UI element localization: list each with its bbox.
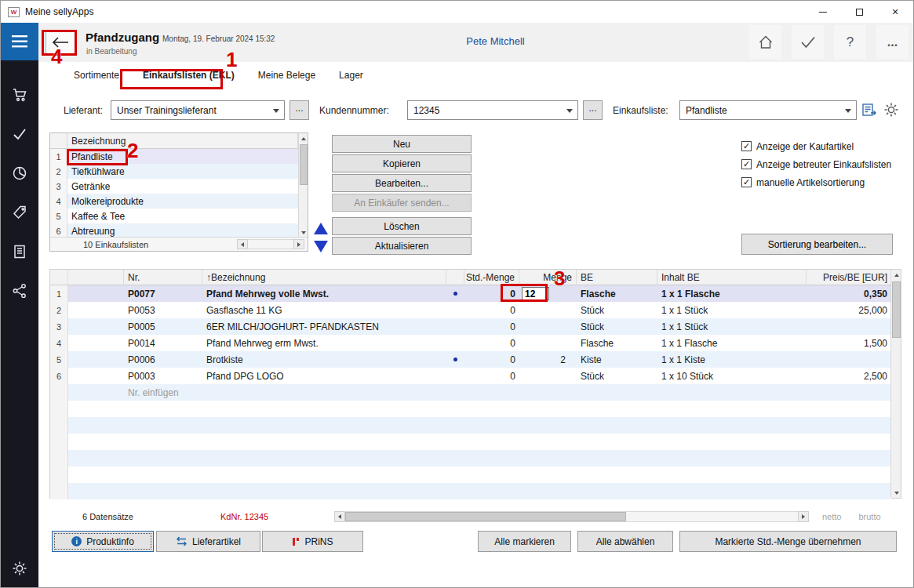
bearbeiten-button[interactable]: Bearbeiten...	[332, 174, 472, 192]
checkbox-row-artikelsortierung[interactable]: ✓ manuelle Artikelsortierung	[741, 173, 898, 191]
table-vertical-scrollbar[interactable]	[890, 270, 901, 498]
netto-toggle[interactable]: netto	[822, 512, 841, 521]
checkbox-row-betreute-ekl[interactable]: ✓ Anzeige betreuter Einkaufslisten	[741, 155, 898, 173]
sortierung-bearbeiten-button[interactable]: Sortierung bearbeiten...	[741, 234, 893, 255]
close-button[interactable]: ×	[877, 1, 913, 23]
menge-input[interactable]	[522, 287, 549, 300]
checkbox-checked-icon[interactable]: ✓	[741, 141, 752, 151]
check-icon	[12, 126, 27, 142]
scrollbar-thumb[interactable]	[345, 512, 626, 521]
loeschen-button[interactable]: Löschen	[332, 217, 472, 235]
produktinfo-button[interactable]: i Produktinfo	[52, 531, 154, 552]
header-be[interactable]: BE	[577, 270, 657, 285]
checkbox-row-kaufartikel[interactable]: ✓ Anzeige der Kaufartikel	[741, 137, 898, 155]
lieferartikel-label: Lieferartikel	[192, 536, 241, 547]
kopieren-button[interactable]: Kopieren	[332, 154, 472, 172]
lieferant-select[interactable]: Unser Trainingslieferant	[111, 100, 285, 120]
scroll-down-icon[interactable]	[891, 488, 901, 498]
sidebar-item-share[interactable]	[1, 272, 38, 310]
alle-abwaehlen-button[interactable]: Alle abwählen	[577, 531, 673, 552]
sidebar-item-documents[interactable]	[1, 233, 38, 270]
ekl-column-header[interactable]: Bezeichnung	[67, 133, 298, 149]
header-std-menge[interactable]: Std.-Menge	[464, 270, 519, 285]
ekl-row-pfandliste[interactable]: 1 Pfandliste	[50, 149, 308, 164]
ekl-row[interactable]: 2 Tiefkühlware	[50, 164, 308, 179]
ekl-row-name: Kaffee & Tee	[67, 211, 298, 222]
scrollbar-thumb[interactable]	[300, 144, 308, 185]
scroll-up-icon[interactable]	[891, 270, 901, 280]
neu-button[interactable]: Neu	[332, 135, 472, 153]
minimize-button[interactable]	[805, 1, 841, 23]
einkaufsliste-select[interactable]: Pfandliste	[679, 100, 857, 120]
checkbox-checked-icon[interactable]: ✓	[741, 159, 752, 169]
header-preis[interactable]: Preis/BE [EUR]	[807, 270, 891, 285]
header-gutter	[50, 270, 68, 285]
scrollbar-thumb[interactable]	[892, 281, 901, 338]
list-settings-button[interactable]	[883, 101, 900, 118]
ekl-row[interactable]: 4 Molkereiprodukte	[50, 194, 308, 209]
lieferant-more-button[interactable]: ...	[289, 100, 309, 120]
table-horizontal-scrollbar[interactable]	[334, 511, 809, 522]
table-row[interactable]: 5 P0006 Brotkiste 0 2 Kiste 1 x 1 Kiste	[50, 351, 892, 368]
tab-lager[interactable]: Lager	[327, 62, 375, 89]
aktualisieren-button[interactable]: Aktualisieren	[332, 237, 472, 255]
sidebar-item-offers[interactable]	[1, 194, 38, 231]
confirm-button[interactable]	[792, 25, 824, 59]
scroll-right-icon[interactable]	[798, 511, 809, 522]
move-up-button[interactable]	[314, 223, 328, 234]
home-button[interactable]	[749, 25, 781, 59]
table-row[interactable]: 1 P0077 Pfand Mehrweg volle Mwst. 0 Flas…	[50, 285, 892, 302]
maximize-button[interactable]	[841, 1, 877, 23]
minimize-icon	[819, 12, 827, 13]
scrollbar-track[interactable]	[248, 239, 293, 249]
checkbox-checked-icon[interactable]: ✓	[741, 177, 752, 187]
sidebar-item-cart[interactable]	[1, 76, 38, 114]
ekl-vertical-scrollbar[interactable]	[298, 133, 308, 238]
header-nr[interactable]: Nr.	[124, 270, 202, 285]
table-row[interactable]: 4 P0014 Pfand Mehrweg erm Mwst. 0 Flasch…	[50, 335, 892, 351]
cell-preis: 0,350	[807, 285, 891, 302]
alle-abwaehlen-label: Alle abwählen	[596, 536, 655, 547]
more-options-button[interactable]: ...	[876, 25, 909, 59]
table-row[interactable]: 3 P0005 6ER MILCH/JOGHURT- PFANDKASTEN 0…	[50, 318, 892, 335]
ekl-row-number: 1	[50, 149, 67, 164]
tab-meine-belege[interactable]: Meine Belege	[246, 62, 327, 89]
ekl-row[interactable]: 5 Kaffee & Tee	[50, 209, 308, 223]
ekl-row-number: 5	[50, 209, 67, 223]
export-list-button[interactable]	[861, 101, 878, 118]
std-menge-uebernehmen-button[interactable]: Markierte Std.-Menge übernehmen	[679, 531, 897, 552]
sidebar-item-tasks[interactable]	[1, 115, 38, 153]
scroll-right-icon[interactable]	[293, 239, 304, 249]
uebernehmen-label: Markierte Std.-Menge übernehmen	[715, 536, 861, 547]
placeholder-row[interactable]: Nr. einfügen	[50, 384, 892, 401]
scroll-left-icon[interactable]	[334, 511, 345, 522]
help-button[interactable]: ?	[834, 25, 866, 59]
header-marker	[68, 270, 124, 285]
move-down-button[interactable]	[314, 241, 328, 252]
cell-flag	[446, 351, 464, 368]
scrollbar-track[interactable]	[345, 511, 798, 522]
tab-einkaufslisten[interactable]: Einkaufslisten (EKL)	[131, 62, 246, 89]
settings-button[interactable]	[1, 550, 38, 587]
scroll-up-icon[interactable]	[299, 133, 308, 143]
hamburger-menu-button[interactable]	[1, 23, 38, 60]
brutto-toggle[interactable]: brutto	[858, 512, 880, 521]
kundennummer-select[interactable]: 12345	[407, 100, 578, 120]
scroll-left-icon[interactable]	[237, 239, 248, 249]
ekl-row[interactable]: 3 Getränke	[50, 179, 308, 194]
table-row[interactable]: 2 P0053 Gasflasche 11 KG 0 Stück 1 x 1 S…	[50, 302, 892, 318]
sidebar-item-statistics[interactable]	[1, 154, 38, 192]
header-inhalt-be[interactable]: Inhalt BE	[657, 270, 807, 285]
alle-markieren-button[interactable]: Alle markieren	[478, 531, 571, 552]
tab-sortimente[interactable]: Sortimente	[62, 62, 131, 89]
header-menge[interactable]: Menge	[519, 270, 577, 285]
nr-einfuegen-placeholder[interactable]: Nr. einfügen	[124, 384, 202, 401]
ekl-gutter-header	[50, 133, 67, 149]
table-row[interactable]: 6 P0003 Pfand DPG LOGO 0 Stück 1 x 10 St…	[50, 368, 892, 384]
ekl-horizontal-scrollbar[interactable]	[237, 239, 304, 249]
maximize-icon	[856, 9, 863, 16]
kundennummer-more-button[interactable]: ...	[583, 100, 603, 120]
header-bezeichnung[interactable]: ↑Bezeichnung	[202, 270, 446, 285]
lieferartikel-button[interactable]: Lieferartikel	[156, 531, 260, 552]
prins-button[interactable]: PRiNS	[262, 531, 363, 552]
